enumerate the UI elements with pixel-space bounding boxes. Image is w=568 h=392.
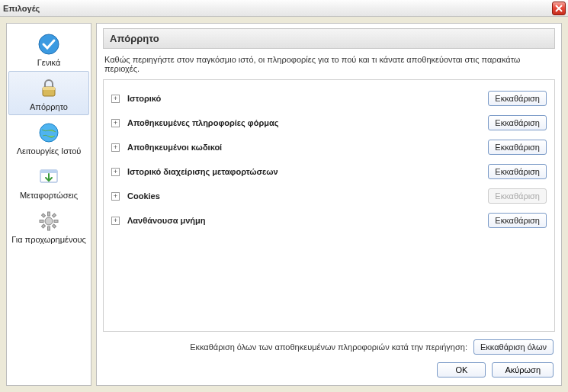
download-icon: [37, 165, 61, 189]
clear-all-label: Εκκαθάριση όλων των αποθηκευμένων πληροφ…: [190, 342, 467, 352]
svg-rect-12: [53, 224, 56, 228]
expand-toggle[interactable]: +: [111, 217, 120, 225]
sidebar-item-label: Λειτουργίες Ιστού: [17, 146, 82, 156]
row-cache: + Λανθάνουσα μνήμη Εκκαθάριση: [111, 208, 547, 233]
clear-button[interactable]: Εκκαθάριση: [488, 164, 547, 179]
sidebar: Γενικά Απόρρητο Λειτουργίες Ιστού: [6, 23, 91, 386]
clear-all-row: Εκκαθάριση όλων των αποθηκευμένων πληροφ…: [97, 332, 561, 359]
cancel-button[interactable]: Ακύρωση: [492, 362, 554, 378]
sidebar-item-advanced[interactable]: Για προχωρημένους: [8, 204, 89, 248]
expand-toggle[interactable]: +: [111, 119, 120, 127]
clear-button[interactable]: Εκκαθάριση: [488, 115, 547, 130]
checkmark-icon: [37, 32, 61, 56]
expand-toggle[interactable]: +: [111, 95, 120, 103]
sidebar-item-label: Γενικά: [37, 58, 61, 67]
svg-rect-7: [48, 212, 50, 216]
close-button[interactable]: [552, 2, 566, 15]
svg-rect-2: [43, 87, 55, 90]
expand-toggle[interactable]: +: [111, 168, 120, 176]
clear-button[interactable]: Εκκαθάριση: [488, 213, 547, 228]
svg-rect-10: [54, 220, 58, 223]
svg-rect-5: [40, 170, 57, 173]
globe-icon: [37, 120, 61, 145]
row-saved-form-info: + Αποθηκευμένες πληροφορίες φόρμας Εκκαθ…: [111, 111, 547, 135]
ok-button[interactable]: OK: [437, 362, 486, 378]
svg-rect-9: [40, 220, 43, 223]
clear-all-button[interactable]: Εκκαθάριση όλων: [473, 339, 554, 355]
row-download-history: + Ιστορικό διαχείρισης μεταφορτώσεων Εκκ…: [111, 159, 547, 184]
row-label: Αποθηκευμένοι κωδικοί: [127, 143, 488, 152]
sidebar-item-privacy[interactable]: Απόρρητο: [8, 71, 89, 115]
sidebar-item-label: Μεταφορτώσεις: [20, 191, 78, 200]
row-label: Ιστορικό διαχείρισης μεταφορτώσεων: [127, 167, 488, 176]
svg-point-3: [40, 124, 58, 142]
dialog-buttons: OK Ακύρωση: [97, 359, 561, 385]
sidebar-item-label: Απόρρητο: [30, 102, 68, 111]
svg-rect-13: [53, 214, 56, 217]
row-label: Αποθηκευμένες πληροφορίες φόρμας: [127, 118, 488, 127]
svg-point-0: [39, 34, 59, 54]
clear-button[interactable]: Εκκαθάριση: [488, 91, 547, 106]
page-description: Καθώς περιηγήστε στον παγκόσμιο ιστό, οι…: [104, 55, 554, 73]
row-label: Cookies: [127, 191, 488, 201]
lock-icon: [37, 76, 61, 101]
svg-rect-11: [42, 214, 46, 217]
clear-button[interactable]: Εκκαθάριση: [488, 140, 547, 155]
content-panel: Απόρρητο Καθώς περιηγήστε στον παγκόσμιο…: [96, 23, 562, 386]
titlebar: Επιλογές: [0, 0, 568, 17]
svg-point-6: [45, 217, 53, 225]
clear-button: Εκκαθάριση: [488, 188, 547, 204]
expand-toggle[interactable]: +: [111, 192, 120, 201]
close-icon: [555, 5, 563, 12]
main-area: Γενικά Απόρρητο Λειτουργίες Ιστού: [0, 17, 568, 392]
svg-rect-8: [48, 227, 50, 230]
row-history: + Ιστορικό Εκκαθάριση: [111, 86, 547, 111]
page-title: Απόρρητο: [103, 28, 555, 49]
row-saved-passwords: + Αποθηκευμένοι κωδικοί Εκκαθάριση: [111, 135, 547, 159]
row-cookies: + Cookies Εκκαθάριση: [111, 184, 547, 208]
expand-toggle[interactable]: +: [111, 143, 120, 152]
row-label: Λανθάνουσα μνήμη: [127, 216, 488, 225]
gear-icon: [37, 209, 61, 233]
row-label: Ιστορικό: [127, 94, 488, 103]
sidebar-item-label: Για προχωρημένους: [11, 235, 86, 244]
svg-rect-14: [42, 224, 46, 228]
sidebar-item-downloads[interactable]: Μεταφορτώσεις: [8, 159, 89, 204]
privacy-sections: + Ιστορικό Εκκαθάριση + Αποθηκευμένες πλ…: [103, 79, 555, 332]
window-title: Επιλογές: [3, 4, 40, 13]
sidebar-item-general[interactable]: Γενικά: [8, 27, 89, 71]
sidebar-item-webfeatures[interactable]: Λειτουργίες Ιστού: [8, 115, 89, 159]
